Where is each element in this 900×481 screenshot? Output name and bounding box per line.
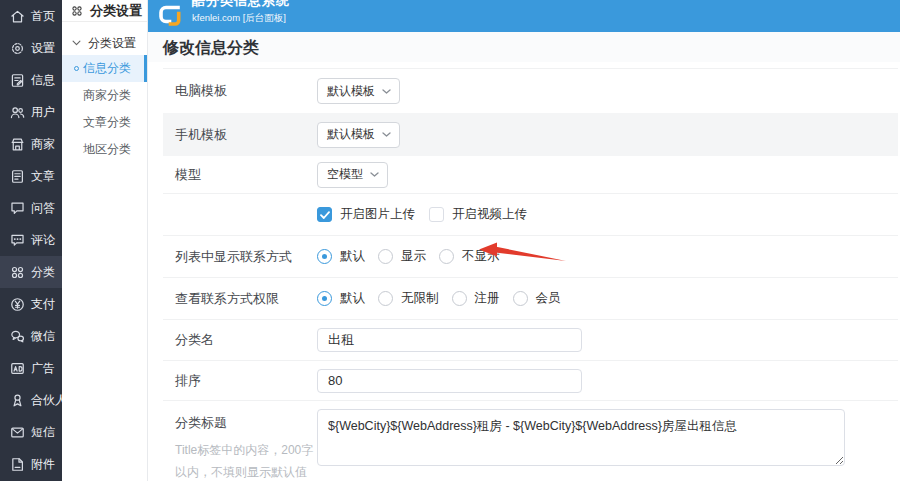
sidebar-item-categories[interactable]: 分类 [0, 256, 62, 288]
sidebar-item-label: 问答 [31, 200, 55, 217]
sidebar-item-label: 设置 [31, 40, 55, 57]
form-row-category-title: 分类标题 Title标签中的内容，200字以内，不填则显示默认值 ${WebCi… [163, 401, 898, 481]
category-title-label-block: 分类标题 Title标签中的内容，200字以内，不填则显示默认值 [163, 414, 317, 481]
checkbox-unchecked-icon [429, 207, 444, 222]
model-select[interactable]: 空模型 [317, 162, 388, 188]
page-title: 修改信息分类 [163, 38, 259, 59]
brand-logo-icon [156, 3, 184, 32]
mobile-template-select[interactable]: 默认模板 [317, 122, 400, 148]
model-label: 模型 [163, 166, 317, 184]
top-header-bar: 酷分类信息系统 kfenlei.com [后台面板] [148, 0, 900, 32]
form-row-uploads: 开启图片上传 开启视频上传 [163, 194, 898, 236]
users-icon [9, 104, 26, 121]
qa-icon [9, 200, 26, 217]
radio-permission-registered[interactable]: 注册 [452, 290, 500, 307]
radio-label: 默认 [340, 290, 365, 307]
sidebar-item-label: 用户 [31, 104, 55, 121]
submenu-item-region-category[interactable]: 地区分类 [62, 136, 147, 163]
submenu-group-label: 分类设置 [88, 35, 136, 52]
sidebar-item-label: 首页 [31, 8, 55, 25]
sidebar-item-wechat[interactable]: 微信 [0, 320, 62, 352]
article-icon [9, 168, 26, 185]
chevron-down-icon [370, 172, 379, 177]
sidebar-item-merchants[interactable]: 商家 [0, 128, 62, 160]
sidebar-item-sms[interactable]: 短信 [0, 416, 62, 448]
category-title-textarea[interactable]: ${WebCity}${WebAddress}租房 - ${WebCity}${… [317, 409, 845, 466]
title-band [148, 32, 900, 62]
radio-contact-display-default[interactable]: 默认 [317, 248, 365, 265]
select-value: 空模型 [327, 166, 363, 183]
contact-permission-label: 查看联系方式权限 [163, 290, 317, 308]
sidebar-item-articles[interactable]: 文章 [0, 160, 62, 192]
brand-title: 酷分类信息系统 [192, 0, 290, 8]
sidebar-item-users[interactable]: 用户 [0, 96, 62, 128]
checkbox-label: 开启视频上传 [452, 206, 527, 223]
form-row-mobile-template: 手机模板 默认模板 [163, 113, 898, 156]
select-value: 默认模板 [327, 126, 375, 143]
radio-permission-unlimited[interactable]: 无限制 [378, 290, 439, 307]
radio-selected-icon [317, 291, 332, 306]
submenu-header: 分类设置 [62, 0, 147, 22]
radio-contact-display-show[interactable]: 显示 [378, 248, 426, 265]
radio-label: 会员 [536, 290, 561, 307]
sidebar-item-info[interactable]: 信息 [0, 64, 62, 96]
partner-icon [9, 392, 26, 409]
sidebar-item-payment[interactable]: 支付 [0, 288, 62, 320]
sidebar-item-settings[interactable]: 设置 [0, 32, 62, 64]
sidebar-item-comments[interactable]: 评论 [0, 224, 62, 256]
submenu-item-label: 信息分类 [83, 60, 131, 77]
submenu-item-info-category[interactable]: 信息分类 [62, 55, 147, 82]
home-icon [9, 8, 26, 25]
radio-unselected-icon [378, 249, 393, 264]
radio-permission-default[interactable]: 默认 [317, 290, 365, 307]
active-bullet-icon [74, 66, 79, 71]
category-title-hint: Title标签中的内容，200字以内，不填则显示默认值 [175, 439, 317, 481]
form-row-category-name: 分类名 [163, 320, 898, 361]
attachment-icon [9, 456, 26, 473]
info-icon [9, 72, 26, 89]
submenu-item-merchant-category[interactable]: 商家分类 [62, 82, 147, 109]
image-upload-checkbox[interactable]: 开启图片上传 [317, 206, 415, 223]
comment-icon [9, 232, 26, 249]
radio-unselected-icon [439, 249, 454, 264]
submenu-item-article-category[interactable]: 文章分类 [62, 109, 147, 136]
brand-text: 酷分类信息系统 kfenlei.com [后台面板] [192, 0, 290, 24]
category-name-label: 分类名 [163, 331, 317, 349]
form-row-model: 模型 空模型 [163, 156, 898, 194]
submenu-group-toggle[interactable]: 分类设置 [62, 31, 147, 55]
secondary-sidebar: 分类设置 分类设置 信息分类 商家分类 文章分类 地区分类 [62, 0, 148, 481]
submenu-item-label: 地区分类 [83, 141, 131, 158]
red-arrow-annotation [478, 240, 570, 268]
sms-envelope-icon [9, 424, 26, 441]
sort-input[interactable] [317, 369, 582, 393]
mobile-template-label: 手机模板 [163, 126, 317, 144]
chevron-down-icon [382, 132, 391, 137]
sidebar-item-label: 评论 [31, 232, 55, 249]
radio-label: 显示 [401, 248, 426, 265]
video-upload-checkbox[interactable]: 开启视频上传 [429, 206, 527, 223]
sidebar-item-ads[interactable]: 广告 [0, 352, 62, 384]
submenu-item-label: 文章分类 [83, 114, 131, 131]
store-icon [9, 136, 26, 153]
sidebar-item-qa[interactable]: 问答 [0, 192, 62, 224]
select-value: 默认模板 [327, 83, 375, 100]
radio-label: 默认 [340, 248, 365, 265]
radio-label: 无限制 [401, 290, 439, 307]
sidebar-item-home[interactable]: 首页 [0, 0, 62, 32]
sidebar-item-attachments[interactable]: 附件 [0, 448, 62, 480]
sidebar-item-partners[interactable]: 合伙人 [0, 384, 62, 416]
pc-template-label: 电脑模板 [163, 82, 317, 100]
sidebar-item-label: 商家 [31, 136, 55, 153]
contact-display-label: 列表中显示联系方式 [163, 248, 317, 266]
submenu-title: 分类设置 [90, 2, 142, 20]
radio-permission-member[interactable]: 会员 [513, 290, 561, 307]
category-grid-icon [9, 264, 26, 281]
sidebar-item-label: 短信 [31, 424, 55, 441]
submenu-item-label: 商家分类 [83, 87, 131, 104]
pc-template-select[interactable]: 默认模板 [317, 78, 400, 104]
sidebar-item-label: 广告 [31, 360, 55, 377]
sort-label: 排序 [163, 372, 317, 390]
sidebar-item-label: 附件 [31, 456, 55, 473]
category-name-input[interactable] [317, 328, 582, 352]
category-title-label: 分类标题 [175, 414, 317, 432]
